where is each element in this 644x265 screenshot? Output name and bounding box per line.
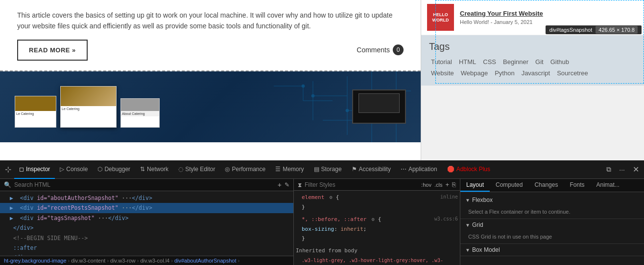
breadcrumb-4[interactable]: div.w3-col.l4	[140, 258, 169, 264]
flexbox-body: Select a Flex container or item to conti…	[460, 206, 644, 219]
adblock-icon: 🛑	[447, 166, 454, 173]
screenshot-2: Le Catering	[60, 86, 117, 128]
grid-body: CSS Grid is not in use on this page	[460, 231, 644, 243]
comments-badge: Comments 0	[357, 44, 404, 55]
tab-performance[interactable]: ◎ Performance	[220, 160, 270, 179]
post-title: Creating Your First Website	[460, 10, 543, 17]
breadcrumb-5[interactable]: div#aboutAuthorSnapshot	[174, 258, 237, 264]
tag-javascript[interactable]: Javascript	[520, 68, 552, 78]
html-line-3[interactable]: ▶ <div id="tagsSnapshot" ···</div>	[0, 213, 293, 223]
screenshot-3: About Catering	[120, 98, 160, 128]
tab-network[interactable]: ⇅ Network	[135, 160, 173, 179]
dock-button[interactable]: ⧉	[603, 163, 614, 176]
box-model-header[interactable]: ▼ Box Model	[460, 244, 644, 256]
tab-debugger-label: Debugger	[104, 166, 130, 173]
tooltip-selector: div#tagsSnapshot	[549, 27, 592, 33]
breadcrumb-3[interactable]: div.w3-row	[110, 258, 136, 264]
search-html-input[interactable]	[14, 181, 275, 188]
style-rule-inherited: Inherited from body .w3-light-grey, .w3-…	[296, 246, 458, 265]
storage-icon: ▤	[314, 166, 319, 173]
layout-tab-computed[interactable]: Computed	[490, 179, 528, 192]
tab-storage[interactable]: ▤ Storage	[309, 160, 347, 179]
tag-css[interactable]: CSS	[481, 57, 498, 66]
tab-application[interactable]: ⋯ Application	[396, 160, 442, 179]
tag-python[interactable]: Python	[493, 68, 516, 78]
add-rule-button[interactable]: +	[445, 181, 449, 188]
grid-label: Grid	[472, 221, 483, 228]
cls-button[interactable]: .cls	[434, 182, 443, 188]
tab-debugger[interactable]: ⬡ Debugger	[93, 160, 135, 179]
inspector-icon: ◻	[19, 166, 24, 173]
html-line-1[interactable]: ▶ <div id="aboutAuthorSnapshot" ···</div…	[0, 193, 293, 203]
svg-point-13	[346, 109, 349, 112]
edit-html-button[interactable]: ✎	[285, 181, 289, 188]
tag-webpage[interactable]: Webpage	[459, 68, 490, 78]
tags-row-1: Tutorial HTML CSS Beginner Git Github	[429, 57, 636, 66]
tab-memory[interactable]: ☰ Memory	[270, 160, 309, 179]
tab-console[interactable]: ▷ Console	[55, 160, 93, 179]
more-button[interactable]: ···	[616, 164, 628, 176]
tag-sourcetree[interactable]: Sourcetree	[555, 68, 590, 78]
hover-pseudo-button[interactable]: :hov	[421, 182, 431, 188]
layout-tab-animat[interactable]: Animat...	[590, 179, 625, 192]
tab-style-editor[interactable]: ◌ Style Editor	[173, 160, 220, 179]
read-more-button[interactable]: READ MORE »	[17, 40, 88, 61]
add-node-button[interactable]: +	[278, 181, 282, 189]
tags-title: Tags	[429, 41, 636, 52]
tab-adblock[interactable]: 🛑 Adblock Plus	[442, 160, 495, 179]
html-line-2[interactable]: ▶ <div id="recentPostsSnapshot" ···</div…	[0, 203, 293, 213]
html-line-4[interactable]: </div>	[0, 223, 293, 233]
flexbox-header[interactable]: ▼ Flexbox	[460, 194, 644, 206]
layout-panel: Layout Computed Changes Fonts Animat...	[460, 179, 644, 265]
tab-accessibility-label: Accessibility	[359, 166, 391, 173]
devtools-pick-element[interactable]: ⊹	[2, 163, 14, 176]
breadcrumb-1[interactable]: ht-grey.background-image	[4, 258, 67, 264]
tag-git[interactable]: Git	[533, 57, 546, 66]
breadcrumb-bar: ht-grey.background-image › div.w3-conten…	[0, 256, 293, 265]
flexbox-section: ▼ Flexbox Select a Flex container or ite…	[460, 194, 644, 219]
copy-rule-button[interactable]: ⎘	[452, 181, 456, 188]
style-rule-element: element ⚙ { inline }	[296, 193, 458, 212]
layout-tab-fonts[interactable]: Fonts	[564, 179, 590, 192]
layout-tab-changes[interactable]: Changes	[528, 179, 564, 192]
post-info: Creating Your First Website Hello World!…	[460, 10, 543, 25]
devtools-toolbar: ⊹ ◻ Inspector ▷ Console ⬡ Debugger ⇅ Net…	[0, 160, 644, 179]
banner-screenshots: Le Catering Le Catering About Catering	[15, 86, 160, 128]
thumbnail-text: HELLO WORLD	[429, 12, 452, 23]
element-gear[interactable]: ⚙	[330, 195, 333, 200]
tag-github[interactable]: Github	[549, 57, 571, 66]
tag-website[interactable]: Website	[429, 68, 456, 78]
styles-content: element ⚙ { inline } *, ::before, ::afte…	[294, 191, 460, 265]
network-icon: ⇅	[140, 166, 145, 173]
box-model-collapse-arrow: ▼	[465, 247, 470, 253]
tag-html[interactable]: HTML	[457, 57, 478, 66]
accessibility-icon: ⚑	[352, 166, 357, 173]
devtools-content: 🔍 + ✎ ▶ <div id="aboutAuthorSnapshot" ··…	[0, 179, 644, 265]
universal-gear[interactable]: ⚙	[372, 217, 375, 222]
tab-accessibility[interactable]: ⚑ Accessibility	[347, 160, 396, 179]
tab-style-editor-label: Style Editor	[185, 166, 215, 173]
styles-panel: ⧗ :hov .cls + ⎘ element ⚙ { inline	[294, 179, 460, 265]
filter-styles-input[interactable]	[305, 181, 418, 188]
tab-network-label: Network	[147, 166, 168, 173]
close-button[interactable]: ✕	[630, 163, 642, 176]
breadcrumb-2[interactable]: div.w3-content	[71, 258, 105, 264]
layout-content: ▼ Flexbox Select a Flex container or ite…	[460, 192, 644, 265]
layout-tab-layout[interactable]: Layout	[460, 179, 490, 192]
flexbox-label: Flexbox	[472, 197, 493, 203]
html-line-6[interactable]: ::after	[0, 243, 293, 253]
tag-tutorial[interactable]: Tutorial	[429, 57, 454, 66]
tags-section: Tags Tutorial HTML CSS Beginner Git Gith…	[421, 35, 644, 86]
html-tree: ▶ <div id="aboutAuthorSnapshot" ···</div…	[0, 191, 293, 256]
tab-inspector[interactable]: ◻ Inspector	[14, 160, 55, 179]
tags-row-2: Website Webpage Python Javascript Source…	[429, 68, 636, 78]
tag-beginner[interactable]: Beginner	[501, 57, 530, 66]
inherited-label: Inherited from body	[296, 246, 458, 255]
style-rule-universal: *, ::before, ::after ⚙ { w3.css:6 box-si…	[296, 215, 458, 243]
style-editor-icon: ◌	[178, 166, 183, 173]
grid-header[interactable]: ▼ Grid	[460, 219, 644, 231]
screenshot-1: Le Catering	[15, 96, 56, 128]
tooltip-size: 426.65 × 170.8	[596, 26, 638, 34]
html-line-5[interactable]: <!--BEGIN SIDE MENU-->	[0, 233, 293, 243]
devtools: ⊹ ◻ Inspector ▷ Console ⬡ Debugger ⇅ Net…	[0, 160, 644, 265]
